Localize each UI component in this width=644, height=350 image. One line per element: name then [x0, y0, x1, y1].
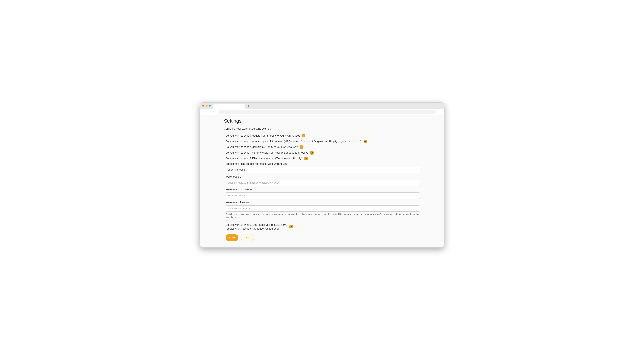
checkbox-sync-orders[interactable]	[300, 146, 303, 149]
toggle-sync-inventory: Do you want to sync inventory levels fro…	[226, 151, 420, 155]
tabs-strip: +	[214, 103, 442, 109]
field-label: Warehouse Username	[226, 188, 420, 191]
password-help-text: We will never display your password here…	[226, 213, 420, 219]
checkbox-sync-products[interactable]	[302, 134, 306, 137]
window-close-button[interactable]	[202, 105, 204, 107]
field-warehouse-username: Warehouse Username	[226, 188, 420, 199]
toggle-sync-orders: Do you want to sync orders from Shopify …	[226, 145, 420, 149]
new-tab-button[interactable]: +	[246, 104, 251, 109]
toggle-label: Do you want to sync inventory levels fro…	[226, 151, 308, 155]
page-subtitle: Configure your warehouse sync settings.	[224, 127, 420, 130]
warehouse-username-input[interactable]	[226, 192, 420, 199]
warehouse-password-input[interactable]	[226, 205, 420, 212]
toggle-sync-products: Do you want to sync products from Shopif…	[226, 134, 420, 138]
clear-button[interactable]: Clear	[241, 234, 254, 241]
reload-button[interactable]	[212, 110, 217, 114]
address-bar[interactable]	[219, 110, 436, 114]
field-label: Warehouse Url	[226, 175, 420, 178]
checkbox-sync-fulfillments[interactable]	[304, 157, 308, 160]
toggle-sync-shipping-info: Do you want to sync product shipping inf…	[226, 140, 420, 143]
field-warehouse-password: Warehouse Password We will never display…	[226, 201, 420, 219]
browser-window: + ⋮ Settings Configure your warehouse sy…	[200, 102, 444, 248]
traffic-lights	[202, 105, 211, 107]
toggle-sync-fulfillments: Do you want to sync fulfillments from yo…	[226, 157, 420, 160]
warehouse-url-input[interactable]	[226, 180, 420, 186]
field-location: Choose the location that represents your…	[226, 162, 420, 173]
toggle-label: Do you want to sync fulfillments from yo…	[226, 157, 302, 160]
titlebar: +	[200, 103, 444, 109]
field-label: Choose the location that represents your…	[226, 162, 420, 165]
button-row: Save Clear	[226, 234, 420, 241]
browser-toolbar: ⋮	[200, 109, 444, 115]
checkbox-sync-inventory[interactable]	[310, 151, 314, 155]
location-select[interactable]: Select a location	[226, 167, 420, 173]
browser-tab[interactable]	[214, 104, 245, 109]
save-button[interactable]: Save	[226, 234, 238, 241]
field-warehouse-url: Warehouse Url	[226, 175, 420, 186]
checkbox-sync-shipping-info[interactable]	[364, 140, 367, 143]
field-label: Warehouse Password	[226, 201, 420, 204]
toggle-label: Do you want to sync products from Shopif…	[226, 134, 300, 138]
back-button[interactable]	[202, 110, 206, 114]
browser-menu-button[interactable]: ⋮	[438, 110, 442, 114]
toggle-testsite: Do you want to sync to the PeopleVox Tes…	[226, 223, 420, 230]
window-maximize-button[interactable]	[209, 105, 211, 107]
window-minimize-button[interactable]	[206, 105, 208, 107]
page-title: Settings	[224, 118, 420, 124]
checkbox-testsite[interactable]	[290, 225, 293, 228]
forward-button[interactable]	[207, 110, 212, 114]
page-viewport: Settings Configure your warehouse sync s…	[200, 115, 444, 247]
toggle-label: Do you want to sync orders from Shopify …	[226, 145, 298, 149]
testsite-label: Do you want to sync to the PeopleVox Tes…	[226, 223, 287, 230]
toggle-label: Do you want to sync product shipping inf…	[226, 140, 362, 143]
content: Settings Configure your warehouse sync s…	[223, 118, 421, 241]
